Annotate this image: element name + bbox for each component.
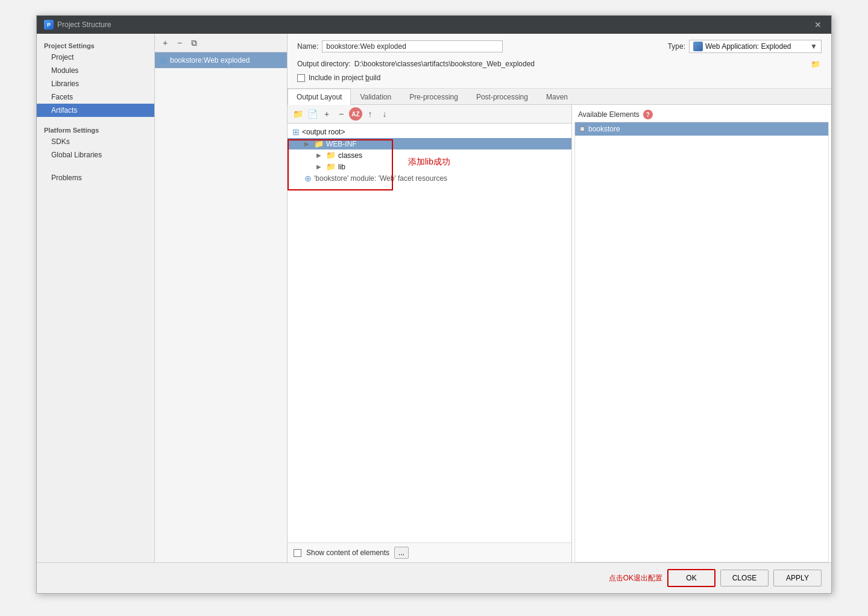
layout-bottom: Show content of elements ... — [288, 542, 571, 562]
sidebar-item-project[interactable]: Project — [37, 51, 154, 64]
layout-content: 📁 📄 + − AZ ↑ ↓ ⊞ — [288, 105, 831, 562]
dots-button[interactable]: ... — [394, 547, 409, 559]
output-path: D:\bookstore\classes\artifacts\bookstore… — [354, 60, 806, 68]
artifacts-list: ⊞ bookstore:Web exploded — [155, 52, 287, 562]
artifact-type-icon: ⊞ — [160, 55, 167, 65]
layout-tree: ⊞ <output root> ▶ 📁 WEB-INF — [288, 124, 571, 542]
remove-element-button[interactable]: − — [335, 107, 348, 121]
artifact-item-bookstore-web-exploded[interactable]: ⊞ bookstore:Web exploded — [155, 52, 287, 68]
tree-item-web-inf[interactable]: ▶ 📁 WEB-INF — [288, 138, 571, 149]
platform-settings-section: Platform Settings — [37, 123, 154, 135]
folder-icon-classes: 📁 — [326, 151, 336, 160]
sidebar-item-global-libraries[interactable]: Global Libraries — [37, 148, 154, 162]
dropdown-arrow-icon: ▼ — [810, 42, 817, 51]
include-build-label: Include in project build — [309, 74, 380, 82]
close-button[interactable]: CLOSE — [720, 570, 769, 586]
module-icon: ⊕ — [304, 174, 312, 183]
app-icon: P — [44, 20, 54, 30]
tab-output-layout[interactable]: Output Layout — [288, 89, 351, 105]
include-row: Include in project build — [297, 74, 822, 82]
title-bar: P Project Structure ✕ — [37, 16, 831, 34]
output-label: Output directory: — [297, 60, 351, 68]
root-icon: ⊞ — [292, 127, 300, 137]
artifacts-toolbar: + − ⧉ — [155, 34, 287, 52]
add-file-button[interactable]: 📄 — [306, 107, 319, 121]
add-artifact-button[interactable]: + — [159, 36, 172, 49]
remove-artifact-button[interactable]: − — [173, 36, 186, 49]
expand-icon-lib: ▶ — [316, 163, 324, 170]
add-folder-button[interactable]: 📁 — [291, 107, 304, 121]
sidebar-item-facets[interactable]: Facets — [37, 90, 154, 104]
copy-artifact-button[interactable]: ⧉ — [187, 36, 201, 49]
apply-button[interactable]: APPLY — [773, 570, 822, 586]
module-square-icon — [580, 127, 585, 131]
content-area: + − ⧉ ⊞ bookstore:Web exploded — [155, 34, 831, 562]
sidebar-item-modules[interactable]: Modules — [37, 64, 154, 77]
title-bar-left: P Project Structure — [44, 20, 111, 30]
artifact-header: Name: Type: Web Application: Exploded ▼ — [288, 34, 831, 89]
folder-icon-lib: 📁 — [326, 162, 336, 171]
ok-button[interactable]: OK — [667, 569, 715, 587]
window-close-button[interactable]: ✕ — [812, 19, 824, 31]
tab-maven[interactable]: Maven — [537, 89, 577, 105]
avail-item-bookstore[interactable]: bookstore — [575, 122, 828, 136]
type-field: Type: Web Application: Exploded ▼ — [668, 40, 822, 53]
name-label: Name: — [297, 42, 318, 51]
tab-pre-processing[interactable]: Pre-processing — [400, 89, 467, 105]
tree-item-web-facet[interactable]: ⊕ 'bookstore' module: 'Web' facet resour… — [288, 172, 571, 184]
output-row: Output directory: D:\bookstore\classes\a… — [297, 58, 822, 70]
dialog-footer: 点击OK退出配置 OK CLOSE APPLY — [37, 562, 831, 593]
type-label: Type: — [668, 42, 685, 51]
sidebar-item-problems[interactable]: Problems — [37, 171, 154, 184]
show-content-checkbox[interactable] — [294, 549, 301, 557]
name-type-row: Name: Type: Web Application: Exploded ▼ — [297, 40, 822, 53]
move-up-button[interactable]: ↑ — [363, 107, 377, 121]
sidebar-item-sdks[interactable]: SDKs — [37, 135, 154, 148]
type-icon — [693, 42, 703, 51]
available-elements-tree: bookstore — [574, 122, 829, 562]
available-elements-panel: Available Elements ? bookstore — [572, 105, 831, 562]
show-content-label: Show content of elements — [306, 548, 389, 557]
tab-validation[interactable]: Validation — [351, 89, 400, 105]
sidebar: Project Settings Project Modules Librari… — [37, 34, 155, 562]
artifacts-list-panel: + − ⧉ ⊞ bookstore:Web exploded — [155, 34, 288, 562]
project-settings-section: Project Settings — [37, 39, 154, 51]
name-field: Name: — [297, 40, 503, 52]
tabs-bar: Output Layout Validation Pre-processing … — [288, 89, 831, 105]
right-panel: Name: Type: Web Application: Exploded ▼ — [288, 34, 831, 562]
sidebar-item-artifacts[interactable]: Artifacts — [37, 104, 154, 117]
dialog-title: Project Structure — [57, 20, 111, 29]
include-build-checkbox[interactable] — [297, 74, 305, 82]
type-dropdown[interactable]: Web Application: Exploded ▼ — [689, 40, 822, 53]
project-structure-dialog: P Project Structure ✕ Project Settings P… — [36, 15, 832, 594]
output-layout-panel: 📁 📄 + − AZ ↑ ↓ ⊞ — [288, 105, 572, 562]
tab-post-processing[interactable]: Post-processing — [467, 89, 537, 105]
expand-icon: ▶ — [304, 140, 312, 147]
add-element-button[interactable]: + — [320, 107, 333, 121]
expand-icon-classes: ▶ — [316, 152, 324, 159]
dialog-body: Project Settings Project Modules Librari… — [37, 34, 831, 562]
tree-item-output-root[interactable]: ⊞ <output root> — [288, 126, 571, 138]
folder-icon: 📁 — [314, 139, 324, 148]
help-icon[interactable]: ? — [643, 110, 653, 119]
name-input[interactable] — [322, 40, 503, 52]
browse-output-button[interactable]: 📁 — [810, 58, 822, 70]
sidebar-item-libraries[interactable]: Libraries — [37, 77, 154, 90]
layout-toolbar: 📁 📄 + − AZ ↑ ↓ — [288, 105, 571, 124]
move-down-button[interactable]: ↓ — [378, 107, 391, 121]
click-ok-annotation: 点击OK退出配置 — [609, 573, 662, 583]
add-lib-annotation: 添加lib成功 — [408, 157, 450, 168]
az-button[interactable]: AZ — [349, 107, 362, 121]
available-elements-header: Available Elements ? — [572, 105, 831, 122]
